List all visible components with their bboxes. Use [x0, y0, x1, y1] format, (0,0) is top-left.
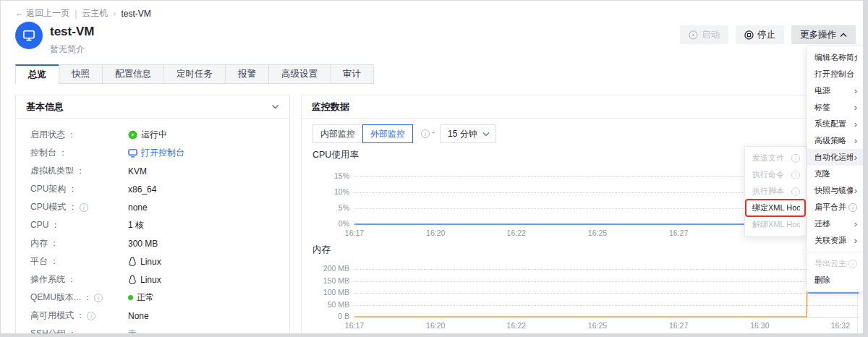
x-tick-label: 16:27 — [661, 321, 696, 330]
basic-info-header[interactable]: 基本信息 — [16, 95, 289, 119]
bottom-scrollbar[interactable] — [1, 333, 867, 336]
tab-alerts[interactable]: 报警 — [225, 64, 269, 84]
monitor-source-toggle: 内部监控 外部监控 — [312, 124, 413, 143]
interval-select[interactable]: 15 分钟 — [440, 124, 496, 143]
menu-item-label: 绑定XML Hook — [752, 202, 800, 213]
chevron-right-icon: › — [854, 236, 857, 245]
breadcrumb: ← 返回上一页 | 云主机 › test-VM — [15, 7, 151, 20]
info-icon: i — [791, 154, 800, 163]
info-label: 控制台 ： — [30, 147, 67, 159]
tab-scheduled-tasks[interactable]: 定时任务 — [163, 64, 226, 84]
y-tick-label: 15% — [302, 171, 349, 180]
info-icon: i — [94, 294, 103, 302]
basic-info-rows: 启用状态 ： 运行中 控制台 ： 打开控制台 — [16, 119, 289, 337]
chevron-right-icon: › — [854, 103, 857, 112]
info-label: CPU模式 ： — [30, 201, 77, 213]
menu-item-11[interactable]: 关联资源› — [807, 232, 863, 249]
menu-item-1[interactable]: 打开控制台 — [807, 66, 863, 82]
menu-item-label: 迁移 — [814, 218, 853, 229]
more-actions-button[interactable]: 更多操作 — [791, 25, 856, 44]
tab-audit[interactable]: 审计 — [330, 64, 374, 84]
info-icon: i — [80, 203, 88, 212]
menu-item-7[interactable]: 克隆 — [807, 166, 863, 182]
info-icon: i — [791, 187, 800, 196]
linux-penguin-icon — [128, 275, 137, 284]
submenu-item-2: 执行脚本i — [745, 183, 806, 200]
x-tick-label: 16:27 — [661, 229, 696, 237]
x-tick-label: 16:17 — [337, 229, 372, 237]
right-scrollbar[interactable] — [863, 1, 867, 336]
tab-overview[interactable]: 总览 — [15, 64, 59, 84]
chevron-down-icon[interactable] — [271, 104, 279, 109]
submenu-item-1: 执行命令i — [745, 166, 806, 183]
menu-item-label: 标签 — [814, 102, 853, 113]
x-tick-label: 16:20 — [418, 321, 453, 330]
info-value: none — [128, 202, 148, 213]
tab-advanced[interactable]: 高级设置 — [268, 64, 331, 84]
chevron-down-icon — [482, 132, 490, 137]
chevron-right-icon: › — [854, 186, 857, 195]
menu-item-0[interactable]: 编辑名称简介 — [807, 49, 863, 66]
x-tick-label: 16:17 — [337, 321, 372, 330]
chart-line-svg — [354, 259, 859, 320]
menu-item-3[interactable]: 标签› — [807, 99, 863, 116]
menu-item-label: 导出云主机 — [814, 258, 847, 269]
y-tick-label: 100 MB — [302, 288, 349, 297]
breadcrumb-section[interactable]: 云主机 — [82, 7, 108, 20]
info-row-console: 控制台 ： 打开控制台 — [30, 144, 289, 162]
menu-item-label: 自动化运维 — [814, 152, 853, 163]
menu-item-label: 解绑XML Hook — [752, 219, 800, 230]
tab-config[interactable]: 配置信息 — [102, 64, 164, 84]
menu-item-2[interactable]: 电源› — [807, 82, 863, 99]
menu-item-10[interactable]: 迁移› — [807, 216, 863, 232]
start-button: 启动 — [680, 25, 728, 44]
chevron-right-icon: › — [854, 119, 857, 129]
info-label: QEMU版本... ： — [30, 291, 92, 304]
x-tick-label: 16:32 — [823, 321, 858, 330]
info-value: Linux — [140, 275, 161, 285]
info-value: None — [128, 311, 149, 321]
linux-penguin-icon — [128, 257, 137, 266]
info-icon: i — [791, 171, 800, 179]
vm-description: 暂无简介 — [50, 43, 85, 56]
vm-avatar — [15, 22, 43, 49]
chevron-right-icon: › — [854, 86, 857, 95]
info-label: 平台 ： — [30, 255, 59, 268]
x-tick-label: 16:30 — [742, 321, 777, 330]
y-tick-label: 200 MB — [302, 264, 349, 273]
info-icon: i — [87, 312, 95, 320]
vm-detail-page: ← 返回上一页 | 云主机 › test-VM test-VM 暂无简介 启动 — [0, 0, 868, 337]
circle-stop-icon — [744, 30, 754, 40]
info-label: 启用状态 ： — [30, 129, 76, 141]
stop-button[interactable]: 停止 — [736, 25, 784, 44]
internal-monitor-button[interactable]: 内部监控 — [312, 124, 363, 143]
info-row-vm-type: 虚拟机类型 ： KVM — [30, 162, 289, 180]
breadcrumb-current: test-VM — [121, 9, 150, 19]
info-row-status: 启用状态 ： 运行中 — [30, 126, 289, 144]
back-link[interactable]: ← 返回上一页 — [15, 7, 69, 20]
series-memory-used — [354, 259, 808, 317]
tab-snapshot[interactable]: 快照 — [59, 64, 103, 84]
menu-item-label: 编辑名称简介 — [814, 52, 857, 63]
info-value: KVM — [128, 166, 147, 176]
info-label: 高可用模式 ： — [30, 310, 85, 322]
automation-submenu: 发送文件i执行命令i执行脚本i绑定XML Hook解绑XML Hook — [744, 146, 807, 236]
info-label: 虚拟机类型 ： — [30, 165, 85, 177]
external-monitor-button[interactable]: 外部监控 — [362, 124, 413, 143]
menu-item-4[interactable]: 系统配置› — [807, 116, 863, 132]
info-row-cpu: CPU ： 1 核 — [30, 216, 289, 234]
menu-item-8[interactable]: 快照与镜像› — [807, 182, 863, 199]
info-value: 300 MB — [128, 239, 158, 249]
monitoring-header: 监控数据 — [302, 95, 857, 119]
menu-item-5[interactable]: 高级策略› — [807, 132, 863, 149]
gridline — [354, 269, 859, 270]
menu-item-9[interactable]: 扁平合并i — [807, 199, 863, 216]
menu-item-label: 执行脚本 — [752, 186, 790, 197]
open-console-link[interactable]: 打开控制台 — [141, 147, 184, 159]
menu-item-6[interactable]: 自动化运维› — [807, 149, 863, 166]
chevron-right-icon: › — [854, 153, 857, 162]
menu-item-13[interactable]: 删除 — [807, 272, 863, 289]
breadcrumb-separator: › — [113, 9, 116, 19]
gridline — [354, 317, 859, 317]
submenu-item-3[interactable]: 绑定XML Hook — [745, 200, 806, 216]
